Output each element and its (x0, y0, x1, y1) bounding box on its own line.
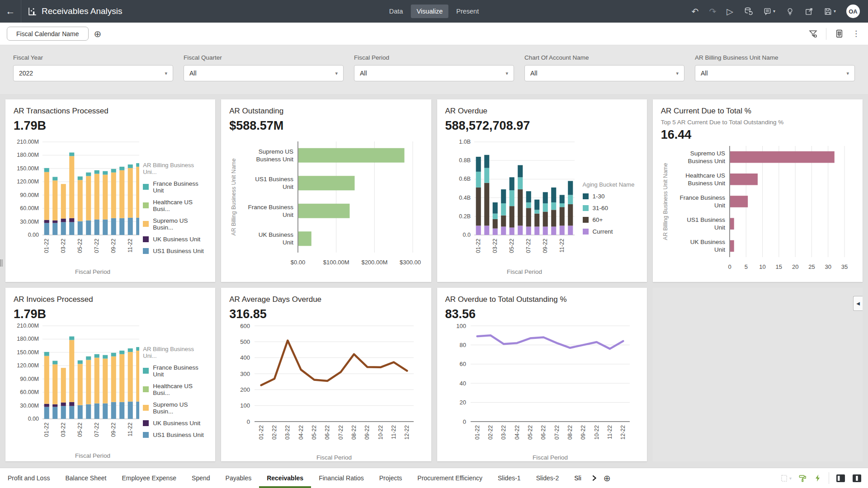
bar-segment[interactable] (534, 200, 539, 210)
tab-visualize[interactable]: Visualize (410, 5, 448, 18)
bar-segment[interactable] (501, 189, 506, 203)
bar-segment[interactable] (136, 218, 139, 235)
bar-segment[interactable] (526, 208, 531, 226)
legend-item[interactable]: Healthcare US Busi... (143, 199, 207, 212)
bar-segment[interactable] (534, 210, 539, 213)
bar[interactable] (730, 196, 748, 207)
line-series[interactable] (261, 341, 407, 385)
legend-item[interactable]: Current (583, 228, 635, 235)
fiscal-calendar-chip[interactable]: Fiscal Calendar Name (7, 27, 89, 41)
bar-segment[interactable] (78, 361, 83, 364)
legend-item[interactable]: 1-30 (583, 193, 635, 200)
tab-slides-3-truncated[interactable]: Sli (566, 468, 589, 488)
bar-segment[interactable] (44, 172, 49, 220)
bar-segment[interactable] (526, 202, 531, 208)
bar-segment[interactable] (119, 354, 124, 402)
panel-layout-left-button[interactable] (836, 474, 845, 483)
bar-segment[interactable] (44, 407, 49, 419)
grid-layout-button[interactable]: ▾ (780, 474, 792, 483)
card-ar-overdue-to-total-outstanding[interactable]: AR Overdue to Total Outstanding % 83.56 … (437, 288, 647, 461)
bar-segment[interactable] (69, 218, 74, 222)
theme-paint-button[interactable] (798, 474, 807, 483)
bar-segment[interactable] (103, 404, 108, 419)
bar-segment[interactable] (476, 225, 481, 235)
tab-slides-1[interactable]: Slides-1 (490, 468, 528, 488)
legend-item[interactable]: US1 Business Unit (143, 248, 207, 254)
bar-segment[interactable] (542, 212, 547, 227)
bar-segment[interactable] (103, 355, 108, 359)
bar-segment[interactable] (542, 203, 547, 212)
bar-segment[interactable] (103, 359, 108, 404)
bar-segment[interactable] (111, 173, 116, 218)
card-ar-transactions-processed[interactable]: AR Transactions Processed 1.79B 210.00M1… (5, 99, 215, 282)
tab-projects[interactable]: Projects (372, 468, 410, 488)
bar-segment[interactable] (78, 364, 83, 405)
save-button[interactable]: ▾ (824, 7, 836, 16)
bar-segment[interactable] (501, 216, 506, 227)
panel-layout-center-button[interactable] (852, 474, 862, 483)
bar-segment[interactable] (44, 404, 49, 407)
bar-segment[interactable] (119, 167, 124, 170)
collapse-panel-button[interactable]: ◀ (853, 296, 863, 311)
bar-segment[interactable] (94, 358, 99, 404)
bar-segment[interactable] (136, 163, 139, 167)
legend-item[interactable]: Supremo US Busin... (143, 217, 207, 231)
bar-segment[interactable] (44, 352, 49, 356)
bar-segment[interactable] (568, 195, 573, 204)
bar[interactable] (298, 176, 354, 190)
bar-segment[interactable] (44, 356, 49, 404)
bar-segment[interactable] (484, 168, 489, 183)
bar-segment[interactable] (534, 214, 539, 227)
legend-item[interactable]: 31-60 (583, 205, 635, 211)
bar-segment[interactable] (568, 181, 573, 195)
bar-segment[interactable] (136, 402, 139, 419)
bar[interactable] (730, 218, 734, 230)
bar-segment[interactable] (111, 169, 116, 173)
bar-segment[interactable] (518, 177, 523, 189)
bar[interactable] (730, 151, 835, 163)
bar-segment[interactable] (69, 406, 74, 419)
bar-segment[interactable] (518, 225, 523, 235)
tab-employee-expense[interactable]: Employee Expense (114, 468, 184, 488)
legend-item[interactable]: Supremo US Busin... (143, 401, 207, 415)
bar-segment[interactable] (103, 175, 108, 220)
bar-segment[interactable] (484, 155, 489, 168)
bar-segment[interactable] (86, 176, 91, 221)
bar-segment[interactable] (69, 156, 74, 218)
bar-segment[interactable] (501, 226, 506, 235)
canvas-settings-button[interactable] (835, 29, 844, 38)
bar-segment[interactable] (78, 177, 83, 180)
bar-segment[interactable] (551, 188, 556, 202)
filter-settings-button[interactable] (808, 29, 818, 38)
bar-segment[interactable] (509, 206, 514, 227)
bar-segment[interactable] (111, 402, 116, 419)
bar-segment[interactable] (128, 218, 133, 235)
bar-segment[interactable] (128, 402, 133, 419)
bar-segment[interactable] (128, 168, 133, 218)
bar-segment[interactable] (492, 229, 497, 235)
insights-button[interactable] (786, 7, 794, 16)
bar-segment[interactable] (136, 347, 139, 351)
scroll-tabs-button[interactable] (590, 474, 598, 482)
bar-segment[interactable] (61, 222, 66, 235)
bar-segment[interactable] (119, 402, 124, 419)
card-ar-invoices-processed[interactable]: AR Invoices Processed 1.79B 210.00M180.0… (5, 288, 215, 461)
bar-segment[interactable] (509, 228, 514, 235)
bar-segment[interactable] (86, 357, 91, 360)
fiscal-quarter-select[interactable]: All▾ (184, 65, 344, 81)
bar-segment[interactable] (551, 226, 556, 235)
card-ar-current-due-to-total[interactable]: AR Current Due to Total % Top 5 AR Curre… (653, 99, 863, 282)
bar[interactable] (298, 204, 349, 218)
legend-item[interactable]: France Business Unit (143, 364, 207, 378)
fiscal-period-select[interactable]: All▾ (354, 65, 514, 81)
bar-segment[interactable] (111, 218, 116, 235)
bar-segment[interactable] (119, 218, 124, 235)
bar-segment[interactable] (86, 221, 91, 235)
tab-spend[interactable]: Spend (184, 468, 217, 488)
legend-item[interactable]: 60+ (583, 216, 635, 223)
legend-item[interactable]: Healthcare US Busi... (143, 383, 207, 396)
add-filter-button[interactable]: ⊕ (94, 28, 102, 39)
bar-segment[interactable] (103, 220, 108, 235)
bar-segment[interactable] (69, 402, 74, 406)
bar-segment[interactable] (103, 171, 108, 175)
